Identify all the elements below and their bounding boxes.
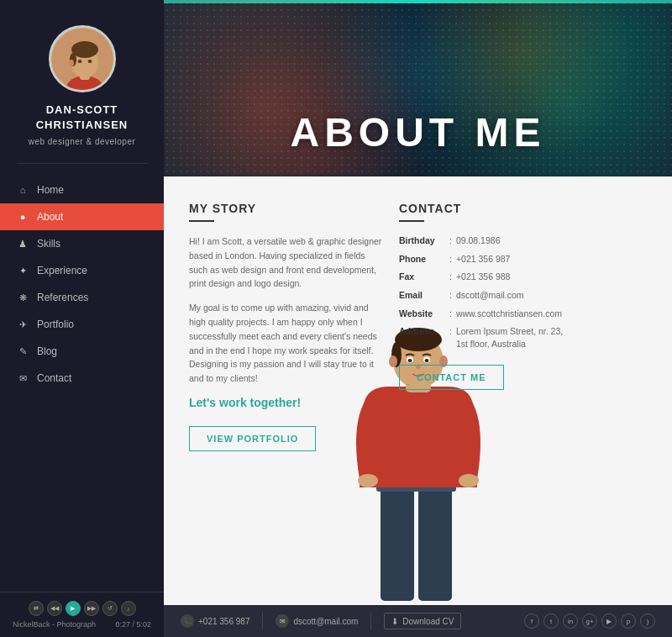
about-icon: ● bbox=[17, 212, 29, 222]
story-underline bbox=[189, 220, 214, 222]
hero-section: ABOUT ME bbox=[164, 0, 672, 176]
contact-email: Email : dscott@mail.com bbox=[399, 289, 567, 302]
sidebar-divider bbox=[17, 163, 148, 164]
story-paragraph-1: Hi! I am Scott, a versatile web & graphi… bbox=[189, 234, 382, 291]
home-icon: ⌂ bbox=[17, 185, 29, 195]
footer: 📞 +021 356 987 ✉ dscott@mail.com ⬇ Downl… bbox=[164, 605, 672, 637]
nav-item-about[interactable]: ● About bbox=[0, 203, 164, 230]
player-controls: ⇄ ◀◀ ▶ ▶▶ ↺ ♪ bbox=[13, 601, 151, 616]
references-icon: ❋ bbox=[17, 292, 29, 303]
nav-menu: ⌂ Home ● About ♟ Skills ✦ Experience ❋ R… bbox=[0, 176, 164, 392]
contact-heading: CONTACT bbox=[399, 202, 567, 215]
shuffle-btn[interactable]: ⇄ bbox=[29, 601, 44, 616]
player-info: NickelBack - Photograph 0:27 / 5:02 bbox=[13, 620, 151, 629]
hero-title: ABOUT ME bbox=[291, 109, 546, 155]
footer-email-item: ✉ dscott@mail.com bbox=[276, 613, 358, 629]
story-paragraph-2: My goal is to come up with amazing, vivi… bbox=[189, 301, 382, 386]
social-facebook[interactable]: f bbox=[524, 613, 539, 629]
contact-icon: ✉ bbox=[17, 373, 29, 384]
view-portfolio-button[interactable]: VIEW PORTFOLIO bbox=[189, 426, 316, 451]
nav-item-contact[interactable]: ✉ Contact bbox=[0, 365, 164, 392]
footer-divider-2 bbox=[370, 613, 371, 629]
footer-contact-info: 📞 +021 356 987 ✉ dscott@mail.com ⬇ Downl… bbox=[181, 613, 461, 629]
track-name: NickelBack - Photograph bbox=[13, 620, 96, 629]
nav-item-blog[interactable]: ✎ Blog bbox=[0, 338, 164, 365]
footer-email: dscott@mail.com bbox=[293, 617, 358, 626]
svg-point-18 bbox=[389, 355, 397, 367]
player: ⇄ ◀◀ ▶ ▶▶ ↺ ♪ NickelBack - Photograph 0:… bbox=[0, 592, 164, 637]
story-panel: MY STORY Hi! I am Scott, a versatile web… bbox=[189, 202, 382, 588]
nav-item-experience[interactable]: ✦ Experience bbox=[0, 257, 164, 284]
lets-work-text: Let's work together! bbox=[189, 396, 382, 409]
sidebar: DAN-SCOTT CHRISTIANSEN web designer & de… bbox=[0, 0, 164, 637]
social-twitter[interactable]: t bbox=[543, 613, 559, 629]
contact-fax: Fax : +021 356 988 bbox=[399, 271, 567, 283]
app-wrapper: DAN-SCOTT CHRISTIANSEN web designer & de… bbox=[0, 0, 672, 637]
nav-item-references[interactable]: ❋ References bbox=[0, 284, 164, 311]
contact-table: Birthday : 09.08.1986 Phone : +021 356 9… bbox=[399, 234, 567, 350]
social-icons: f t in g+ ▶ p ) bbox=[524, 613, 655, 629]
contact-panel: CONTACT Birthday : 09.08.1986 Phone : +0… bbox=[399, 202, 567, 588]
contact-phone: Phone : +021 356 987 bbox=[399, 253, 567, 266]
skills-icon: ♟ bbox=[17, 239, 29, 250]
nav-item-portfolio[interactable]: ✈ Portfolio bbox=[0, 311, 164, 338]
nav-item-skills[interactable]: ♟ Skills bbox=[0, 230, 164, 257]
nav-item-home[interactable]: ⌂ Home bbox=[0, 176, 164, 203]
portfolio-icon: ✈ bbox=[17, 319, 29, 330]
social-googleplus[interactable]: g+ bbox=[582, 613, 597, 629]
footer-phone-item: 📞 +021 356 987 bbox=[181, 613, 249, 629]
sidebar-name: DAN-SCOTT CHRISTIANSEN bbox=[36, 103, 129, 133]
contact-address: Address : Lorem Ipsum Street, nr. 23, 1s… bbox=[399, 325, 567, 350]
email-icon: ✉ bbox=[276, 614, 289, 628]
contact-birthday: Birthday : 09.08.1986 bbox=[399, 234, 567, 247]
download-icon: ⬇ bbox=[391, 617, 398, 626]
main-content: ABOUT ME MY STORY Hi! I am Scott, a vers… bbox=[164, 0, 672, 637]
play-btn[interactable]: ▶ bbox=[66, 601, 81, 616]
phone-icon: 📞 bbox=[181, 614, 194, 628]
social-rss[interactable]: ) bbox=[640, 613, 655, 629]
blog-icon: ✎ bbox=[17, 346, 29, 357]
next-btn[interactable]: ▶▶ bbox=[84, 601, 99, 616]
contact-me-button[interactable]: CONTACT ME bbox=[399, 365, 504, 390]
footer-divider-1 bbox=[262, 613, 263, 629]
content-area: MY STORY Hi! I am Scott, a versatile web… bbox=[164, 176, 672, 605]
svg-point-8 bbox=[69, 60, 74, 66]
footer-phone: +021 356 987 bbox=[198, 617, 249, 626]
avatar bbox=[49, 25, 116, 92]
contact-underline bbox=[399, 220, 424, 222]
social-youtube[interactable]: ▶ bbox=[601, 613, 617, 629]
content-inner: MY STORY Hi! I am Scott, a versatile web… bbox=[164, 176, 672, 605]
prev-btn[interactable]: ◀◀ bbox=[47, 601, 62, 616]
repeat-btn[interactable]: ↺ bbox=[102, 601, 118, 616]
svg-point-7 bbox=[87, 60, 92, 63]
track-time: 0:27 / 5:02 bbox=[115, 620, 151, 629]
vol-btn[interactable]: ♪ bbox=[121, 601, 136, 616]
download-cv-button[interactable]: ⬇ Download CV bbox=[384, 613, 461, 629]
experience-icon: ✦ bbox=[17, 266, 29, 276]
social-linkedin[interactable]: in bbox=[563, 613, 578, 629]
contact-website: Website : www.scottchristiansen.com bbox=[399, 308, 567, 320]
svg-point-6 bbox=[77, 60, 81, 63]
social-pinterest[interactable]: p bbox=[621, 613, 636, 629]
story-heading: MY STORY bbox=[189, 202, 382, 215]
sidebar-title: web designer & developer bbox=[29, 137, 136, 146]
